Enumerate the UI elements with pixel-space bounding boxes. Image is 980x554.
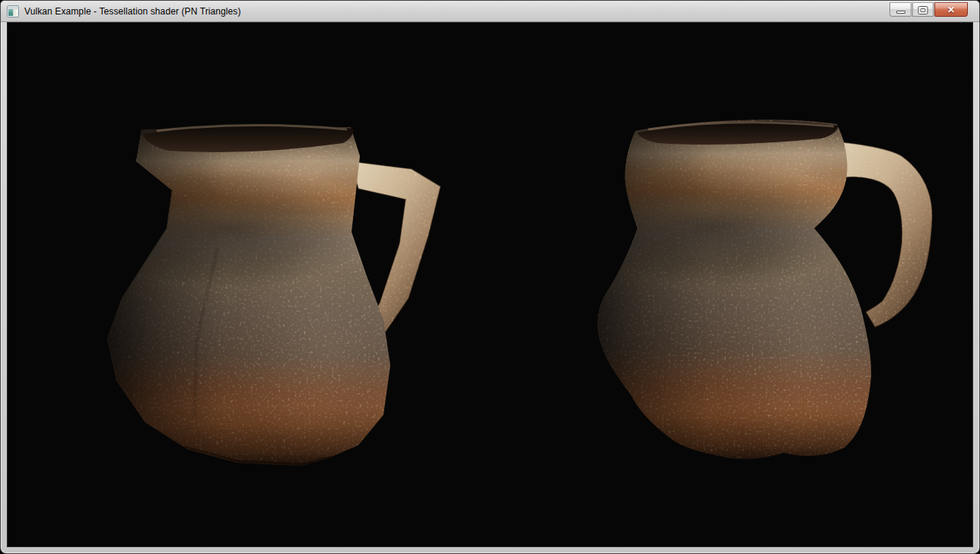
app-icon xyxy=(7,5,19,18)
minimize-icon xyxy=(896,11,905,14)
app-window: Vulkan Example - Tessellation shader (PN… xyxy=(0,0,980,554)
minimize-button[interactable] xyxy=(889,2,912,17)
left-jug-render xyxy=(103,114,453,470)
window-controls: ✕ xyxy=(889,2,968,17)
window-title: Vulkan Example - Tessellation shader (PN… xyxy=(24,6,241,17)
maximize-icon xyxy=(918,6,928,14)
titlebar[interactable]: Vulkan Example - Tessellation shader (PN… xyxy=(1,1,979,22)
close-icon: ✕ xyxy=(947,5,955,15)
render-viewport[interactable] xyxy=(8,23,972,546)
maximize-button[interactable] xyxy=(912,2,934,17)
client-area xyxy=(7,22,973,547)
close-button[interactable]: ✕ xyxy=(934,2,968,17)
right-jug-render xyxy=(586,113,943,472)
